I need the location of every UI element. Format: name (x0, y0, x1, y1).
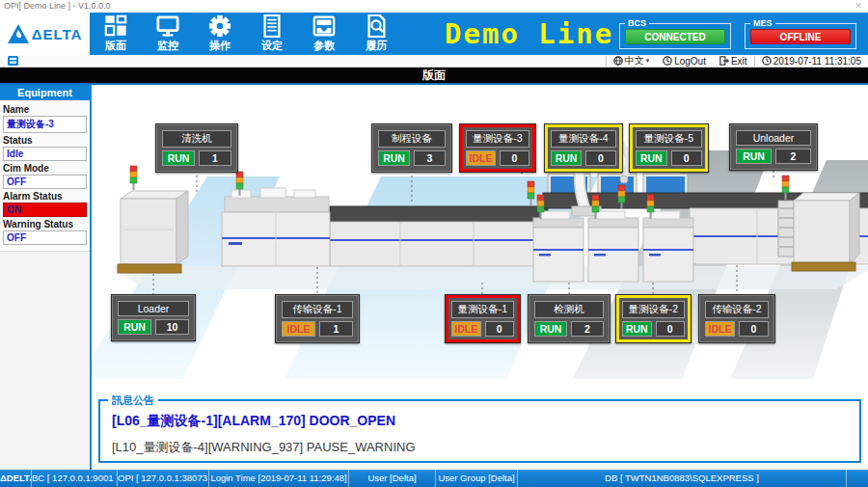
cleaning-machine (222, 188, 330, 266)
field-label: Warning Status (3, 219, 90, 230)
window-titlebar: OPI[ Demo Line ] - V1.0.0.0 ✕ (0, 0, 868, 13)
field-label: Cim Mode (3, 163, 90, 174)
state-cell: RUN (378, 150, 410, 166)
sidebar-field-warning-status: Warning Status OFF (0, 219, 90, 245)
mes-group: MES OFFLINE (745, 18, 856, 49)
field-value: OFF (3, 175, 87, 189)
mes-label: MES (750, 18, 775, 28)
equipment-name: 量测设备-4 (551, 130, 616, 148)
menu-item-parameters[interactable]: 参数 (298, 13, 350, 55)
equipment-box-transfer-1[interactable]: 传输设备-1 IDLE1 (275, 294, 360, 343)
monitor-icon (155, 14, 180, 38)
production-line-view: 清洗机 RUN1 制程设备 RUN3 量测设备-3 IDLE0 量测设备-4 R… (92, 85, 868, 395)
loader-machine (118, 191, 188, 273)
history-doc-icon (364, 14, 389, 38)
chevron-down-icon: ▾ (646, 57, 650, 65)
count-cell: 2 (571, 321, 604, 337)
bcs-group: BCS CONNECTED (619, 18, 731, 49)
sidebar-field-status: Status Idle (0, 135, 90, 161)
equipment-box-measure-4[interactable]: 量测设备-4 RUN0 (544, 123, 623, 173)
globe-icon (613, 56, 623, 66)
count-cell: 0 (500, 150, 529, 166)
sub-toolbar: 中文 ▾ LogOut Exit (0, 55, 868, 68)
field-value: Idle (3, 147, 87, 161)
equipment-name: 传输设备-1 (282, 301, 353, 318)
floor-strip (111, 266, 868, 289)
logout-button[interactable]: LogOut (656, 55, 713, 67)
state-cell: RUN (534, 321, 567, 337)
close-icon[interactable]: ✕ (854, 0, 868, 13)
field-label: Status (3, 135, 90, 146)
gear-icon (207, 14, 232, 38)
sidebar-field-name: Name 量测设备-3 (0, 104, 90, 133)
exit-button[interactable]: Exit (713, 55, 754, 67)
count-cell: 2 (775, 149, 811, 164)
equipment-box-unloader[interactable]: Unloader RUN2 (729, 123, 818, 171)
main-area: 清洗机 RUN1 制程设备 RUN3 量测设备-3 IDLE0 量测设备-4 R… (90, 85, 868, 470)
menu-item-layout[interactable]: 版面 (90, 13, 142, 55)
equipment-box-measure-3[interactable]: 量测设备-3 IDLE0 (459, 123, 536, 173)
process-conveyor (330, 206, 548, 266)
window-icon[interactable] (8, 56, 18, 66)
message-warning: [L10_量测设备-4][WARNING_937] PAUSE_WARNING (112, 439, 848, 456)
state-cell: RUN (622, 321, 652, 337)
equipment-box-transfer-2[interactable]: 传输设备-2 IDLE0 (698, 294, 775, 343)
field-value: OFF (3, 230, 87, 245)
equipment-box-cleaning[interactable]: 清洗机 RUN1 (155, 123, 238, 173)
sidebar-fields: Name 量测设备-3 Status Idle Cim Mode OFF Ala… (0, 100, 90, 252)
sub-toolbar-right: 中文 ▾ LogOut Exit (606, 55, 868, 67)
sidebar-field-cim-mode: Cim Mode OFF (0, 163, 90, 189)
state-cell: IDLE (282, 321, 315, 337)
count-cell: 1 (319, 321, 353, 337)
statusbar-brand: ΔDELTA (0, 470, 32, 487)
app-header: ΔELTA 版面 (0, 13, 868, 55)
equipment-name: 传输设备-2 (705, 301, 769, 318)
equipment-name: 检测机 (534, 301, 604, 318)
equipment-box-measure-5[interactable]: 量测设备-5 RUN0 (629, 123, 709, 173)
menu-item-operate[interactable]: 操作 (194, 13, 246, 55)
equipment-sidebar: Equipment Name 量测设备-3 Status Idle Cim Mo… (0, 85, 90, 470)
statusbar-bc: BC [ 127.0.0.1:9001 ] (32, 470, 118, 487)
count-cell: 0 (656, 321, 686, 337)
body-row: Equipment Name 量测设备-3 Status Idle Cim Mo… (0, 85, 868, 470)
statusbar-user: User [Delta] (349, 470, 436, 487)
equipment-box-measure-1[interactable]: 量测设备-1 IDLE0 (445, 294, 521, 343)
equipment-box-measure-2[interactable]: 量测设备-2 RUN0 (615, 294, 692, 343)
delta-brand-text: ΔELTA (32, 26, 83, 42)
count-cell: 0 (485, 321, 515, 337)
field-label: Alarm Status (3, 191, 90, 202)
clock-icon (762, 56, 772, 66)
state-cell: IDLE (451, 321, 481, 337)
equipment-name: 量测设备-1 (451, 301, 514, 318)
equipment-name: 量测设备-2 (622, 301, 685, 318)
menu-item-history[interactable]: 履历 (350, 13, 402, 55)
field-label: Name (3, 104, 90, 115)
grid-icon (103, 14, 128, 38)
state-cell: IDLE (466, 150, 496, 166)
menu-item-label: 履历 (366, 39, 387, 53)
mes-status-button[interactable]: OFFLINE (750, 29, 851, 44)
equipment-box-loader[interactable]: Loader RUN10 (111, 294, 196, 341)
page-title: 版面 (0, 68, 868, 85)
delta-logo: ΔELTA (0, 13, 90, 55)
exit-label: Exit (731, 56, 747, 67)
state-cell: RUN (736, 149, 772, 164)
menu-item-label: 监控 (157, 39, 178, 53)
logout-icon (663, 56, 672, 66)
datetime-value: 2019-07-11 11:31:05 (773, 56, 861, 67)
sidebar-title: Equipment (0, 85, 90, 100)
equipment-box-inspection[interactable]: 检测机 RUN2 (528, 294, 610, 343)
bcs-status-button[interactable]: CONNECTED (625, 29, 725, 44)
menu-item-monitor[interactable]: 监控 (142, 13, 194, 55)
delta-logo-icon (8, 24, 29, 43)
menu-item-settings[interactable]: 设定 (246, 13, 298, 55)
menu-item-label: 设定 (261, 39, 283, 53)
equipment-name: Loader (118, 301, 189, 316)
count-cell: 0 (585, 150, 616, 166)
params-drawer-icon (312, 14, 337, 38)
logout-label: LogOut (674, 56, 706, 67)
equipment-name: 制程设备 (378, 130, 446, 148)
equipment-name: 量测设备-5 (636, 130, 702, 148)
equipment-box-process[interactable]: 制程设备 RUN3 (371, 123, 452, 173)
language-dropdown[interactable]: 中文 ▾ (607, 55, 657, 67)
